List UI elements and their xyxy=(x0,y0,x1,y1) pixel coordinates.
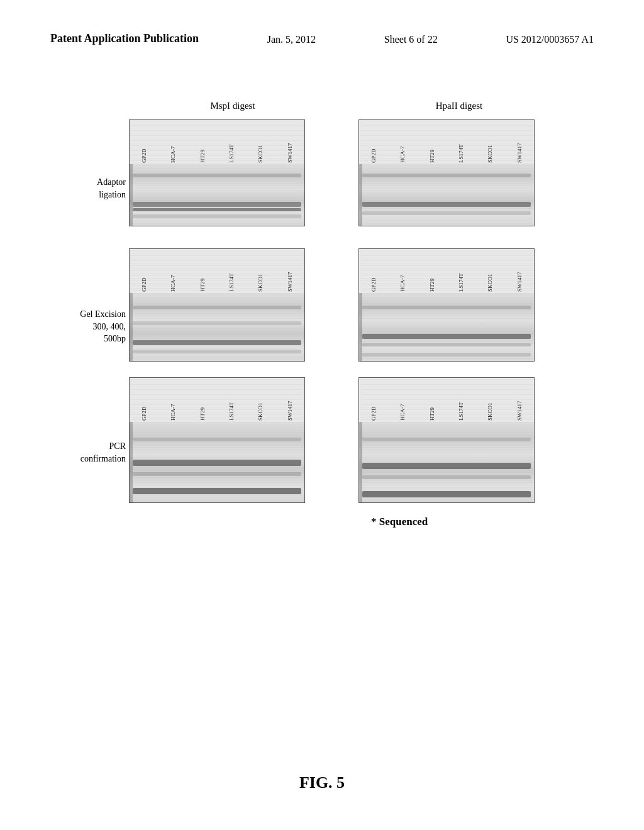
lane-label-hca7: HCA-7 xyxy=(170,383,176,421)
sheet-info: Sheet 6 of 22 xyxy=(384,34,438,45)
lane-label-skco1: SKCO1 xyxy=(487,125,493,163)
publication-date: Jan. 5, 2012 xyxy=(267,34,316,45)
gel-column-labels: GP2D HCA-7 HT29 LS174T SKCO1 SW1417 xyxy=(359,120,534,164)
lane-label-skco1: SKCO1 xyxy=(487,383,493,421)
lane-label-gp2d: GP2D xyxy=(370,125,377,163)
gel-hpaii-pcr: GP2D HCA-7 HT29 LS174T SKCO1 SW1417 xyxy=(358,377,535,503)
gel-marker xyxy=(130,422,133,502)
lane-label-skco1: SKCO1 xyxy=(257,254,264,292)
gel-marker xyxy=(359,164,362,226)
lane-label-sw1417: SW1417 xyxy=(516,383,523,421)
publication-title: Patent Application Publication xyxy=(50,31,199,46)
lane-label-ls174t: LS174T xyxy=(458,125,464,163)
lane-label-ht29: HT29 xyxy=(199,125,206,163)
figure-caption: FIG. 5 xyxy=(0,773,644,792)
gel-column-labels: GP2D HCA-7 HT29 LS174T SKCO1 SW1417 xyxy=(359,249,534,293)
lane-label-hca7: HCA-7 xyxy=(170,254,176,292)
row-label-gel-excision: Gel Excision 300, 400, 500bp xyxy=(38,308,126,345)
lane-label-sw1417: SW1417 xyxy=(287,383,293,421)
lane-label-gp2d: GP2D xyxy=(370,254,377,292)
lane-label-gp2d: GP2D xyxy=(370,383,377,421)
gel-marker xyxy=(130,164,133,226)
lane-label-ls174t: LS174T xyxy=(228,383,235,421)
row-label-pcr: PCR confirmation xyxy=(38,440,126,465)
gel-column-labels: GP2D HCA-7 HT29 LS174T SKCO1 SW1417 xyxy=(130,120,304,164)
lane-label-ls174t: LS174T xyxy=(458,383,464,421)
gel-mspi-excision: GP2D HCA-7 HT29 LS174T SKCO1 SW1417 xyxy=(129,248,305,362)
lane-label-sw1417: SW1417 xyxy=(516,125,523,163)
lane-label-skco1: SKCO1 xyxy=(257,125,264,163)
lane-label-skco1: SKCO1 xyxy=(487,254,493,292)
gel-marker xyxy=(130,293,133,361)
sequenced-note: * Sequenced xyxy=(371,516,428,528)
gel-hpaii-adaptor: GP2D HCA-7 HT29 LS174T SKCO1 SW1417 xyxy=(358,119,535,226)
hpaii-header: HpaII digest xyxy=(377,101,541,111)
lane-label-gp2d: GP2D xyxy=(141,125,147,163)
mspi-header: MspI digest xyxy=(151,101,314,111)
gel-column-labels: GP2D HCA-7 HT29 LS174T SKCO1 SW1417 xyxy=(130,249,304,293)
gel-body xyxy=(130,164,304,226)
lane-label-ls174t: LS174T xyxy=(228,254,235,292)
gel-body xyxy=(130,422,304,502)
figure-area: MspI digest HpaII digest Adaptor ligatio… xyxy=(38,101,606,767)
row-label-adaptor: Adaptor ligation xyxy=(38,176,126,201)
lane-label-gp2d: GP2D xyxy=(141,383,147,421)
gel-marker xyxy=(359,293,362,361)
lane-label-skco1: SKCO1 xyxy=(257,383,264,421)
lane-label-hca7: HCA-7 xyxy=(170,125,176,163)
lane-label-sw1417: SW1417 xyxy=(287,125,293,163)
lane-label-sw1417: SW1417 xyxy=(287,254,293,292)
gel-hpaii-excision: GP2D HCA-7 HT29 LS174T SKCO1 SW1417 xyxy=(358,248,535,362)
lane-label-ht29: HT29 xyxy=(199,383,206,421)
gel-body xyxy=(130,293,304,361)
gel-mspi-pcr: GP2D HCA-7 HT29 LS174T SKCO1 SW1417 xyxy=(129,377,305,503)
lane-label-hca7: HCA-7 xyxy=(399,254,406,292)
gel-column-labels: GP2D HCA-7 HT29 LS174T SKCO1 SW1417 xyxy=(359,378,534,422)
gel-body xyxy=(359,164,534,226)
lane-label-ls174t: LS174T xyxy=(228,125,235,163)
lane-label-ht29: HT29 xyxy=(199,254,206,292)
lane-label-sw1417: SW1417 xyxy=(516,254,523,292)
gel-column-labels: GP2D HCA-7 HT29 LS174T SKCO1 SW1417 xyxy=(130,378,304,422)
gel-body xyxy=(359,293,534,361)
gel-marker xyxy=(359,422,362,502)
lane-label-hca7: HCA-7 xyxy=(399,125,406,163)
lane-label-ht29: HT29 xyxy=(429,383,435,421)
lane-label-ls174t: LS174T xyxy=(458,254,464,292)
lane-label-ht29: HT29 xyxy=(429,125,435,163)
gel-body xyxy=(359,422,534,502)
page-header: Patent Application Publication Jan. 5, 2… xyxy=(0,31,644,46)
lane-label-gp2d: GP2D xyxy=(141,254,147,292)
lane-label-ht29: HT29 xyxy=(429,254,435,292)
gel-mspi-adaptor: GP2D HCA-7 HT29 LS174T SKCO1 SW1417 xyxy=(129,119,305,226)
lane-label-hca7: HCA-7 xyxy=(399,383,406,421)
patent-number: US 2012/0003657 A1 xyxy=(506,34,594,45)
